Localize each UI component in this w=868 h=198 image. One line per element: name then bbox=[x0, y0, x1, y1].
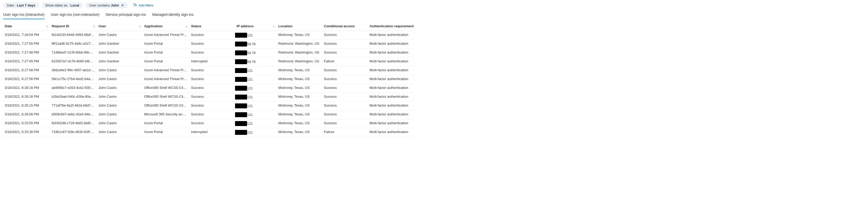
cell-ip[interactable]: 121 bbox=[235, 128, 277, 137]
filter-pill-dates-as[interactable]: Show dates as : Local bbox=[42, 2, 83, 8]
cell-date[interactable]: 3/18/2021, 6:25:55 PM bbox=[3, 119, 50, 128]
cell-conditional-access[interactable]: Success bbox=[322, 102, 368, 111]
cell-status[interactable]: Success bbox=[189, 66, 235, 75]
column-header-0[interactable]: Date↑↓ bbox=[3, 22, 50, 31]
cell-date[interactable]: 3/18/2021, 7:27:50 PM bbox=[3, 40, 50, 49]
cell-status[interactable]: Success bbox=[189, 93, 235, 102]
cell-request-id[interactable]: 718b1c67-f16b-4630-93ff-e0b979016601 bbox=[50, 128, 97, 137]
column-header-2[interactable]: User↑↓ bbox=[97, 22, 143, 31]
cell-user[interactable]: John Castro bbox=[97, 66, 143, 75]
tab-3[interactable]: Managed identity sign-ins bbox=[152, 11, 194, 19]
cell-ip[interactable]: 121 bbox=[235, 75, 277, 84]
cell-ip[interactable]: 121 bbox=[235, 111, 277, 119]
cell-status[interactable]: Success bbox=[189, 40, 235, 49]
cell-request-id[interactable]: f414d130-6446-4993-89df-8a05720609... bbox=[50, 31, 97, 40]
cell-date[interactable]: 3/18/2021, 7:27:45 PM bbox=[3, 57, 50, 66]
filter-pill-date[interactable]: Date : Last 7 days bbox=[3, 2, 39, 8]
column-header-6[interactable]: Location bbox=[277, 22, 322, 31]
cell-ip[interactable]: 121 bbox=[235, 66, 277, 75]
cell-request-id[interactable]: 615507a7-0c78-4b85-bf8d-acf175870700 bbox=[50, 57, 97, 66]
cell-request-id[interactable]: 59c1c75c-27b4-4ed2-b4ac-c89ca8d304... bbox=[50, 75, 97, 84]
cell-user[interactable]: John Castro bbox=[97, 93, 143, 102]
cell-auth-req[interactable]: Multi-factor authentication bbox=[368, 93, 413, 102]
cell-conditional-access[interactable]: Success bbox=[322, 93, 368, 102]
cell-date[interactable]: 3/18/2021, 6:26:06 PM bbox=[3, 111, 50, 119]
cell-location[interactable]: Redmond, Washington, US bbox=[277, 57, 322, 66]
cell-application[interactable]: Office365 Shell WCSS-Client bbox=[143, 93, 189, 102]
filter-pill-user[interactable]: User contains John ✕ bbox=[86, 2, 128, 8]
sort-icon[interactable]: ↑↓ bbox=[93, 25, 95, 28]
cell-request-id[interactable]: 71d8bed7-013f-40bb-88c5-620db1f127... bbox=[50, 49, 97, 57]
cell-ip[interactable]: 59.79 bbox=[235, 49, 277, 57]
cell-ip[interactable]: 121 bbox=[235, 31, 277, 40]
cell-ip[interactable]: 121 bbox=[235, 102, 277, 111]
cell-application[interactable]: Azure Portal bbox=[143, 40, 189, 49]
cell-conditional-access[interactable]: Success bbox=[322, 31, 368, 40]
cell-date[interactable]: 3/18/2021, 6:27:58 PM bbox=[3, 66, 50, 75]
cell-status[interactable]: Success bbox=[189, 102, 235, 111]
cell-auth-req[interactable]: Multi-factor authentication bbox=[368, 111, 413, 119]
cell-auth-req[interactable]: Multi-factor authentication bbox=[368, 31, 413, 40]
cell-user[interactable]: John Gardner bbox=[97, 57, 143, 66]
cell-application[interactable]: Azure Advanced Threat Protection bbox=[143, 75, 189, 84]
cell-location[interactable]: Redmond, Washington, US bbox=[277, 40, 322, 49]
cell-user[interactable]: John Castro bbox=[97, 128, 143, 137]
column-header-8[interactable]: Authentication requirement bbox=[368, 22, 413, 31]
column-header-7[interactable]: Conditional access bbox=[322, 22, 368, 31]
cell-status[interactable]: Success bbox=[189, 84, 235, 93]
cell-date[interactable]: 3/18/2021, 6:27:56 PM bbox=[3, 75, 50, 84]
cell-request-id[interactable]: fd3302d6-c729-4b02-bb6f-bfbb713607... bbox=[50, 119, 97, 128]
cell-location[interactable]: Mckinney, Texas, US bbox=[277, 31, 322, 40]
cell-user[interactable]: John Castro bbox=[97, 102, 143, 111]
cell-status[interactable]: Success bbox=[189, 75, 235, 84]
column-header-1[interactable]: Request ID↑↓ bbox=[50, 22, 97, 31]
cell-location[interactable]: Mckinney, Texas, US bbox=[277, 84, 322, 93]
cell-location[interactable]: Mckinney, Texas, US bbox=[277, 128, 322, 137]
tab-2[interactable]: Service principal sign-ins bbox=[105, 11, 146, 19]
cell-auth-req[interactable]: Multi-factor authentication bbox=[368, 128, 413, 137]
cell-application[interactable]: Azure Advanced Threat Protection bbox=[143, 66, 189, 75]
sort-icon[interactable]: ↑↓ bbox=[186, 25, 187, 28]
column-header-5[interactable]: IP address↑↓ bbox=[235, 22, 277, 31]
cell-status[interactable]: Interrupted bbox=[189, 128, 235, 137]
cell-status[interactable]: Success bbox=[189, 31, 235, 40]
cell-request-id[interactable]: d309c647-eebc-42e3-84ec-0ab46fea24... bbox=[50, 111, 97, 119]
cell-request-id[interactable]: 38dcd4e2-ff8c-4937-ab1d-fd8ab17c0400 bbox=[50, 66, 97, 75]
cell-location[interactable]: Mckinney, Texas, US bbox=[277, 111, 322, 119]
cell-auth-req[interactable]: Multi-factor authentication bbox=[368, 40, 413, 49]
cell-user[interactable]: John Castro bbox=[97, 119, 143, 128]
cell-application[interactable]: Azure Portal bbox=[143, 57, 189, 66]
cell-user[interactable]: John Gardner bbox=[97, 40, 143, 49]
close-icon[interactable]: ✕ bbox=[121, 3, 124, 7]
cell-auth-req[interactable]: Multi-factor authentication bbox=[368, 57, 413, 66]
cell-location[interactable]: Mckinney, Texas, US bbox=[277, 66, 322, 75]
cell-conditional-access[interactable]: Failure bbox=[322, 57, 368, 66]
cell-ip[interactable]: 121 bbox=[235, 93, 277, 102]
cell-ip[interactable]: 59.79 bbox=[235, 40, 277, 49]
column-header-4[interactable]: Status bbox=[189, 22, 235, 31]
sort-icon[interactable]: ↑↓ bbox=[46, 25, 48, 28]
cell-user[interactable]: John Castro bbox=[97, 75, 143, 84]
cell-user[interactable]: John Castro bbox=[97, 111, 143, 119]
cell-user[interactable]: John Castro bbox=[97, 31, 143, 40]
cell-location[interactable]: Mckinney, Texas, US bbox=[277, 102, 322, 111]
cell-auth-req[interactable]: Multi-factor authentication bbox=[368, 49, 413, 57]
cell-status[interactable]: Success bbox=[189, 49, 235, 57]
cell-application[interactable]: Office365 Shell WCSS-Client bbox=[143, 84, 189, 93]
cell-ip[interactable]: 59.79 bbox=[235, 57, 277, 66]
cell-conditional-access[interactable]: Success bbox=[322, 49, 368, 57]
cell-auth-req[interactable]: Multi-factor authentication bbox=[368, 84, 413, 93]
cell-location[interactable]: Mckinney, Texas, US bbox=[277, 93, 322, 102]
cell-date[interactable]: 3/18/2021, 6:26:15 PM bbox=[3, 102, 50, 111]
cell-application[interactable]: Office365 Shell WCSS-Client bbox=[143, 102, 189, 111]
cell-application[interactable]: Azure Portal bbox=[143, 49, 189, 57]
cell-auth-req[interactable]: Multi-factor authentication bbox=[368, 102, 413, 111]
cell-request-id[interactable]: b2bb2bad-040c-428a-90ad-352895a40... bbox=[50, 93, 97, 102]
cell-date[interactable]: 3/18/2021, 6:26:16 PM bbox=[3, 84, 50, 93]
cell-application[interactable]: Azure Portal bbox=[143, 119, 189, 128]
cell-ip[interactable]: 121 bbox=[235, 84, 277, 93]
cell-status[interactable]: Success bbox=[189, 111, 235, 119]
cell-conditional-access[interactable]: Success bbox=[322, 66, 368, 75]
cell-status[interactable]: Interrupted bbox=[189, 57, 235, 66]
tab-0[interactable]: User sign-ins (interactive) bbox=[3, 11, 44, 19]
